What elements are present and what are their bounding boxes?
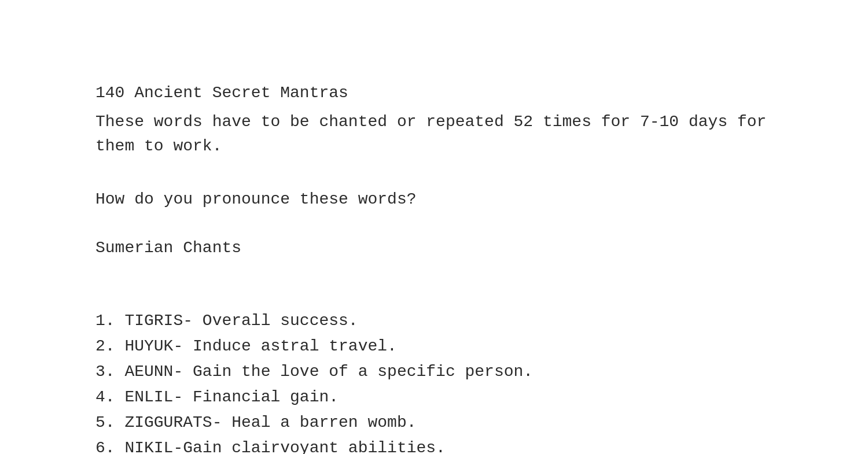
title-text: 140 Ancient Secret Mantras xyxy=(95,84,348,102)
list-item: 3. AEUNN- Gain the love of a specific pe… xyxy=(95,360,773,384)
spacer1 xyxy=(95,163,773,187)
page-title: 140 Ancient Secret Mantras xyxy=(95,81,773,105)
list-item: 2. HUYUK- Induce astral travel. xyxy=(95,334,773,359)
description-block: These words have to be chanted or repeat… xyxy=(95,110,773,158)
main-content: 140 Ancient Secret Mantras These words h… xyxy=(0,0,868,454)
list-item: 4. ENLIL- Financial gain. xyxy=(95,385,773,409)
list-item: 5. ZIGGURATS- Heal a barren womb. xyxy=(95,411,773,435)
spacer2 xyxy=(95,285,773,309)
section-title: Sumerian Chants xyxy=(95,236,773,260)
list-item: 1. TIGRIS- Overall success. xyxy=(95,309,773,333)
description-line2: them to work. xyxy=(95,137,222,155)
description-line1: These words have to be chanted or repeat… xyxy=(95,113,766,131)
pronunciation-question: How do you pronounce these words? xyxy=(95,187,773,212)
list-item: 6. NIKIL-Gain clairvoyant abilities. xyxy=(95,436,773,454)
mantras-list: 1. TIGRIS- Overall success.2. HUYUK- Ind… xyxy=(95,309,773,454)
